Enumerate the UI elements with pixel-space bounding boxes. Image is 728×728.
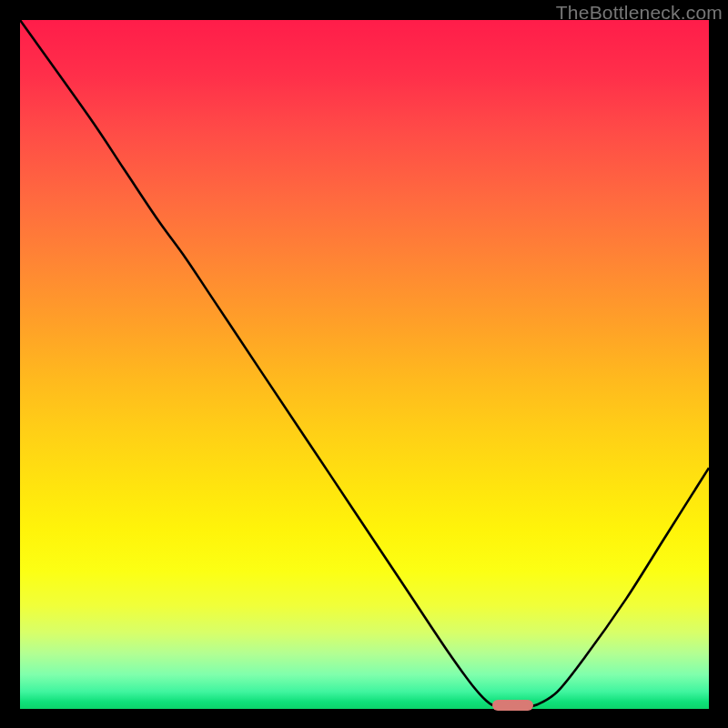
optimal-point-marker xyxy=(492,700,533,711)
bottleneck-curve-path xyxy=(20,20,709,707)
bottleneck-curve xyxy=(20,20,709,709)
plot-area xyxy=(20,20,709,709)
figure-root: TheBottleneck.com xyxy=(0,0,728,728)
